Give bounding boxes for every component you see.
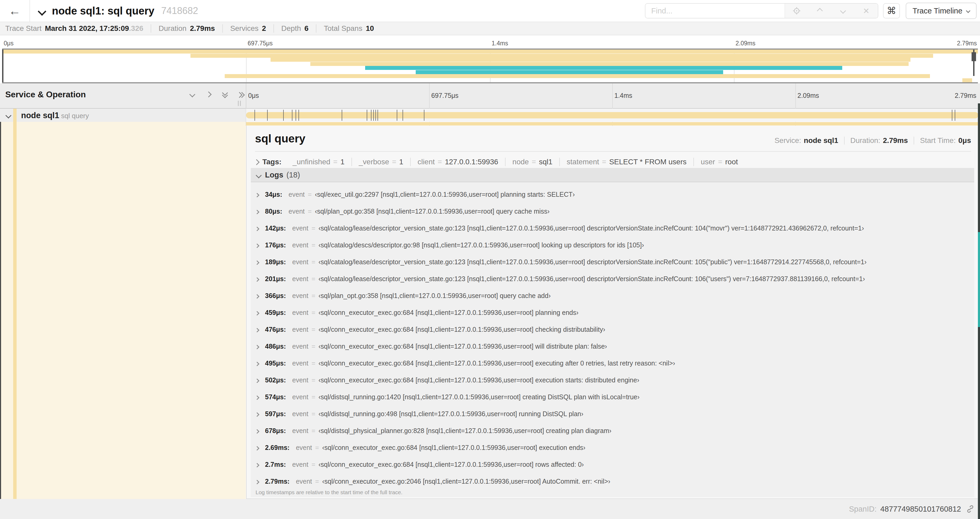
log-marker[interactable] [267,110,268,121]
tag-item: node=sql1 [506,158,560,166]
log-timestamp: 678μs: [265,427,286,434]
minimap-right-scrubber-knob[interactable] [972,52,976,61]
collapse-one-icon[interactable] [190,92,194,97]
log-row[interactable]: 486μs:event=‹sql/conn_executor_exec.go:6… [251,338,974,355]
child-span-bar-sliver[interactable] [246,122,978,126]
log-marker[interactable] [371,110,371,121]
log-row[interactable]: 366μs:event=‹sql/plan_opt.go:358 [nsql1,… [251,287,974,304]
collapse-all-icon[interactable] [39,8,45,14]
span-duration-bar[interactable] [246,112,978,118]
trace-title-wrap: node sql1: sql query 7418682 [39,0,198,22]
log-marker[interactable] [283,110,284,121]
keyboard-shortcuts-button[interactable]: ⌘ [883,3,900,18]
log-expand-icon[interactable] [256,410,259,418]
log-row[interactable]: 476μs:event=‹sql/conn_executor_exec.go:6… [251,321,974,338]
log-row[interactable]: 2.69ms:event=‹sql/conn_executor_exec.go:… [251,439,974,456]
log-marker[interactable] [397,110,397,121]
log-expand-icon[interactable] [256,309,259,316]
log-row[interactable]: 142μs:event=‹sql/catalog/lease/descripto… [251,220,974,236]
log-row[interactable]: 502μs:event=‹sql/conn_executor_exec.go:6… [251,372,974,388]
find-input[interactable] [646,4,784,18]
tick-label: 0μs [246,92,259,99]
deep-link-icon[interactable] [966,505,975,513]
tag-item: statement=SELECT * FROM users [560,158,694,166]
page-title: node sql1: sql query [52,5,154,17]
log-row[interactable]: 2.79ms:event=‹sql/conn_executor_exec.go:… [251,473,974,490]
log-event-key: event [292,376,308,384]
log-expand-icon[interactable] [256,326,259,333]
tags-row[interactable]: Tags: _unfinished=1_verbose=1client=127.… [253,156,745,168]
log-marker[interactable] [955,110,955,121]
find-prev-icon[interactable] [815,6,825,16]
view-select-button[interactable]: Trace Timeline [906,3,977,19]
log-expand-icon[interactable] [256,191,259,198]
tag-value: SELECT * FROM users [609,158,687,166]
log-marker[interactable] [952,110,952,121]
log-marker[interactable] [292,110,293,121]
log-marker[interactable] [367,110,367,121]
meta-value: 2.79ms [883,136,908,145]
log-row[interactable]: 34μs:event=‹sql/exec_util.go:2297 [nsql1… [251,186,974,203]
meta-label: Duration: [850,136,880,145]
log-marker[interactable] [402,110,403,121]
left-screen-edge-strip [0,122,1,519]
log-event-value: ‹sql/conn_executor_exec.go:684 [nsql1,cl… [318,309,579,316]
minimap-span-bar [365,66,842,70]
tick-label: 2.79ms [955,92,976,99]
log-marker[interactable] [299,110,299,121]
log-expand-icon[interactable] [256,241,259,249]
log-equals: = [312,309,315,316]
find-clear-icon[interactable]: ✕ [861,6,872,16]
find-next-icon[interactable] [838,6,848,16]
span-collapse-icon[interactable] [6,113,11,119]
logs-label: Logs [265,171,283,179]
collapse-all-icon[interactable] [223,93,227,97]
span-detail-meta: Service:node sql1Duration:2.79msStart Ti… [775,136,971,145]
back-arrow-icon: ← [9,4,21,18]
log-expand-icon[interactable] [256,359,259,367]
log-marker[interactable] [375,110,376,121]
log-row[interactable]: 495μs:event=‹sql/conn_executor_exec.go:6… [251,355,974,372]
log-expand-icon[interactable] [256,427,259,434]
log-expand-icon[interactable] [256,292,259,300]
log-row[interactable]: 201μs:event=‹sql/catalog/lease/descripto… [251,270,974,287]
log-expand-icon[interactable] [256,224,259,232]
log-expand-icon[interactable] [256,343,259,350]
log-marker[interactable] [296,110,296,121]
log-row[interactable]: 597μs:event=‹sql/distsql_running.go:498 … [251,405,974,422]
log-row[interactable]: 176μs:event=‹sql/catalog/descs/descripto… [251,236,974,254]
minimap-left-scrubber-handle[interactable] [2,50,3,82]
log-marker[interactable] [255,110,255,121]
log-expand-icon[interactable] [256,393,259,401]
log-row[interactable]: 574μs:event=‹sql/distsql_running.go:1420… [251,388,974,405]
log-row[interactable]: 2.7ms:event=‹sql/conn_executor_exec.go:6… [251,456,974,473]
log-row[interactable]: 678μs:event=‹sql/distsql_physical_planne… [251,422,974,439]
logs-collapse-icon[interactable] [256,171,261,179]
minimap-canvas[interactable] [2,48,978,83]
log-expand-icon[interactable] [256,461,259,468]
locate-icon[interactable] [791,6,802,16]
log-expand-icon[interactable] [256,208,259,215]
log-expand-icon[interactable] [256,444,259,452]
log-expand-icon[interactable] [256,258,259,266]
expand-one-icon[interactable] [207,92,211,97]
log-row[interactable]: 80μs:event=‹sql/plan_opt.go:358 [nsql1,c… [251,203,974,220]
tags-expand-icon[interactable] [255,158,259,166]
log-marker[interactable] [424,110,425,121]
column-resizer-grip[interactable] [238,101,241,106]
log-expand-icon[interactable] [256,376,259,384]
log-event-value: ‹sql/conn_executor_exec.go:684 [nsql1,cl… [318,343,607,350]
log-expand-icon[interactable] [256,477,259,485]
back-button[interactable]: ← [0,0,30,22]
log-marker[interactable] [377,110,378,121]
log-marker[interactable] [342,110,342,121]
log-expand-icon[interactable] [256,275,259,283]
log-row[interactable]: 459μs:event=‹sql/conn_executor_exec.go:6… [251,304,974,321]
log-marker[interactable] [373,110,374,121]
log-row[interactable]: 189μs:event=‹sql/catalog/lease/descripto… [251,254,974,270]
tag-value: sql1 [539,158,552,166]
logs-header[interactable]: Logs (18) [251,168,974,182]
span-row-service-cell[interactable]: node sql1 sql query [0,109,246,122]
expand-all-icon[interactable] [239,93,244,97]
log-timestamp: 574μs: [265,393,286,401]
